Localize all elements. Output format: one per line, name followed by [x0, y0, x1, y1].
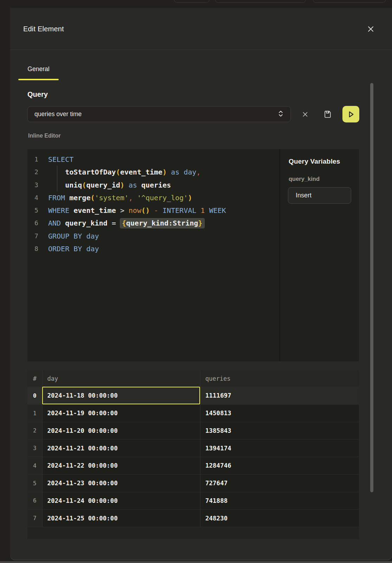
background-control-3 [313, 0, 386, 3]
code-token: query_kind [65, 219, 107, 227]
code-token: ORDER BY [48, 245, 82, 253]
queries-cell[interactable]: 1450813 [200, 404, 359, 422]
queries-cell[interactable]: 248230 [200, 509, 359, 527]
code-token [124, 181, 129, 189]
results-table: # day queries 02024-11-18 00:00:00111169… [27, 370, 359, 539]
line-number: 4 [27, 191, 48, 204]
row-index-cell[interactable]: 1 [27, 404, 42, 422]
code-token: as [129, 181, 137, 189]
code-line-content: SELECT [48, 153, 73, 166]
day-cell[interactable]: 2024-11-20 00:00:00 [42, 422, 200, 439]
code-line: 7GROUP BY day [27, 230, 279, 242]
code-line: 2 toStartOfDay(event_time) as day, [27, 166, 279, 178]
code-token [197, 206, 201, 215]
code-token: WHERE [48, 206, 69, 215]
query-parameter-chip: {query_kind:String} [120, 219, 204, 228]
close-icon [368, 26, 374, 32]
screen: Edit Element General Query queries over … [0, 0, 392, 563]
code-token: ( [90, 194, 95, 202]
day-cell[interactable]: 2024-11-18 00:00:00 [42, 387, 200, 404]
results-table-header: # day queries [27, 370, 359, 387]
queries-cell[interactable]: 727647 [200, 474, 359, 492]
code-line: 5WHERE event_time > now() - INTERVAL 1 W… [27, 204, 279, 217]
code-line: 3 uniq(query_id) as queries [27, 179, 279, 191]
run-query-button[interactable] [342, 106, 359, 122]
row-index-cell[interactable]: 2 [27, 422, 42, 439]
queries-cell[interactable]: 1284746 [200, 457, 359, 474]
column-header-day: day [42, 370, 200, 387]
line-number: 1 [27, 153, 48, 166]
day-cell[interactable]: 2024-11-19 00:00:00 [42, 404, 200, 422]
row-index-cell[interactable]: 3 [27, 439, 42, 457]
code-token: GROUP BY [48, 232, 82, 240]
save-query-button[interactable] [321, 108, 334, 121]
row-index-cell[interactable]: 6 [27, 492, 42, 510]
code-token: INTERVAL [162, 206, 196, 215]
line-number: 7 [27, 230, 48, 242]
code-token: WEEK [209, 206, 226, 215]
column-header-index: # [27, 370, 42, 387]
inline-editor-label: Inline Editor [28, 132, 60, 140]
code-token: merge [69, 194, 90, 202]
code-token: ) [120, 181, 124, 189]
line-number: 3 [27, 179, 48, 191]
modal-title: Edit Element [23, 25, 64, 33]
table-row: 22024-11-20 00:00:001385843 [27, 422, 359, 439]
code-token [61, 219, 65, 227]
day-cell[interactable]: 2024-11-23 00:00:00 [42, 474, 200, 492]
queries-cell[interactable]: 1385843 [200, 422, 359, 439]
queries-cell[interactable]: 1111697 [200, 387, 359, 404]
code-line-content: AND query_kind = {query_kind:String} [48, 217, 204, 229]
close-button[interactable] [366, 24, 375, 33]
table-row: 32024-11-21 00:00:001394174 [27, 439, 359, 457]
indent-guide [57, 166, 57, 191]
day-cell[interactable]: 2024-11-25 00:00:00 [42, 509, 200, 527]
code-token: } [198, 219, 202, 227]
queries-cell[interactable]: 1394174 [200, 439, 359, 457]
code-token: ) [162, 168, 167, 176]
code-line: 4FROM merge('system', '^query_log') [27, 191, 279, 204]
code-token: SELECT [48, 155, 73, 164]
code-token: event_time [120, 168, 162, 176]
code-token: 'system' [95, 194, 128, 202]
code-token: '^query_log' [137, 194, 188, 202]
code-token: () [141, 206, 150, 215]
code-token [158, 206, 162, 215]
modal-header: Edit Element [10, 8, 392, 50]
save-icon [324, 110, 332, 118]
code-token [65, 194, 69, 202]
sql-code-editor[interactable]: 1SELECT2 toStartOfDay(event_time) as day… [27, 149, 279, 361]
queries-cell[interactable]: 741888 [200, 492, 359, 510]
row-index-cell[interactable]: 7 [27, 509, 42, 527]
day-cell[interactable]: 2024-11-22 00:00:00 [42, 457, 200, 474]
code-token: day [86, 232, 99, 240]
code-token [116, 206, 120, 215]
query-select[interactable]: queries over time [27, 106, 291, 122]
table-row: 12024-11-19 00:00:001450813 [27, 404, 359, 422]
table-row: 62024-11-24 00:00:00741888 [27, 492, 359, 510]
table-row: 02024-11-18 00:00:001111697 [27, 387, 359, 404]
clear-icon [303, 112, 308, 117]
line-number: 2 [27, 166, 48, 178]
row-index-cell[interactable]: 4 [27, 457, 42, 474]
code-token: query_kind:String [126, 219, 198, 227]
code-token [137, 181, 141, 189]
code-token: , [197, 168, 201, 176]
row-index-cell[interactable]: 5 [27, 474, 42, 492]
code-line: 6AND query_kind = {query_kind:String} [27, 217, 279, 229]
code-line-content: FROM merge('system', '^query_log') [48, 191, 192, 204]
modal-scrollbar-thumb[interactable] [370, 83, 373, 492]
code-token: ( [82, 181, 86, 189]
code-line-content: WHERE event_time > now() - INTERVAL 1 WE… [48, 204, 226, 217]
tab-general[interactable]: General [18, 61, 59, 77]
code-token [133, 194, 137, 202]
day-cell[interactable]: 2024-11-21 00:00:00 [42, 439, 200, 457]
tab-active-underline [18, 79, 59, 80]
clear-query-button[interactable] [300, 109, 310, 120]
table-row: 42024-11-22 00:00:001284746 [27, 457, 359, 474]
code-token [205, 206, 209, 215]
insert-variable-button[interactable]: Insert [288, 187, 351, 204]
row-index-cell[interactable]: 0 [27, 387, 42, 404]
code-token: ) [188, 194, 192, 202]
day-cell[interactable]: 2024-11-24 00:00:00 [42, 492, 200, 510]
